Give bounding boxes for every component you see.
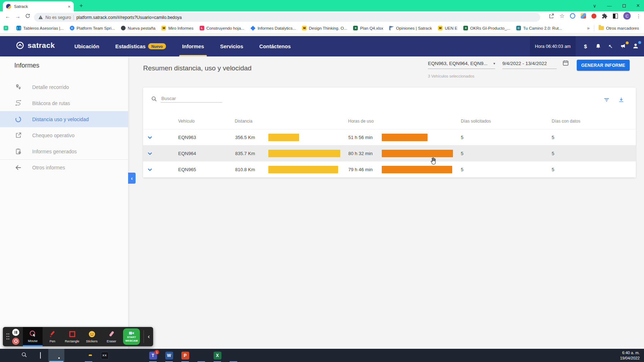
task-view-icon <box>40 352 41 359</box>
sidebar-item[interactable]: Distancia uso y velocidad <box>0 111 128 127</box>
taskbar-app[interactable] <box>48 349 64 362</box>
bookmark-item[interactable]: X OKRs GI-Producto_... <box>463 26 510 30</box>
tab-close-icon[interactable]: × <box>68 4 70 9</box>
extension-icon[interactable] <box>570 13 575 19</box>
bookmark-item[interactable]: Informes Datalytics... <box>250 26 296 30</box>
bookmark-star-icon[interactable]: ☆ <box>560 13 565 19</box>
bookmarks-overflow-icon[interactable]: » <box>587 25 590 31</box>
satrack-logo[interactable]: satrack <box>16 41 55 50</box>
bookmark-item[interactable]: C Platform Team Spri... <box>70 26 115 30</box>
pause-button[interactable] <box>12 329 19 336</box>
forward-button[interactable]: → <box>15 13 20 19</box>
nav-item[interactable]: Estadísticas Nuevo <box>115 36 166 56</box>
taskbar-app[interactable]: T 1 <box>145 349 161 362</box>
recorder-tool[interactable]: Eraser <box>102 327 121 346</box>
vehicle-select[interactable]: EQN963, EQN964, EQN9... ▾ <box>428 61 495 69</box>
back-button[interactable]: ← <box>5 13 10 19</box>
collapse-toolbar-chevron-icon[interactable]: ‹ <box>148 333 150 340</box>
bookmark-item[interactable]: L Construyendo hoja... <box>200 26 244 30</box>
billing-icon[interactable]: $ <box>579 43 592 49</box>
notifications-bell-icon[interactable] <box>592 43 604 50</box>
nav-item[interactable]: Ubicación <box>74 36 99 56</box>
expand-row-chevron-icon[interactable] <box>147 151 152 156</box>
restore-button[interactable] <box>623 4 626 8</box>
nav-item[interactable]: Informes <box>182 36 204 56</box>
sidebar-collapse-button[interactable]: ‹ <box>128 173 136 184</box>
table-row[interactable]: EQN964 835.7 Km 80 h 32 min 5 5 <box>143 145 636 162</box>
expand-row-chevron-icon[interactable] <box>147 167 152 172</box>
sidebar-item[interactable]: Bitácora de rutas <box>0 95 128 111</box>
recorder-tool-label: Eraser <box>107 339 116 343</box>
other-bookmarks[interactable]: Otros marcadores <box>599 26 639 30</box>
taskbar-app[interactable] <box>32 349 48 362</box>
taskbar-app[interactable] <box>16 349 32 362</box>
taskbar-clock[interactable]: 6:40 a. m. 19/04/2022 <box>620 349 644 362</box>
taskbar-app[interactable] <box>193 349 209 362</box>
reload-button[interactable] <box>25 13 30 20</box>
taskbar-app[interactable]: W <box>161 349 177 362</box>
extension-icon[interactable] <box>591 14 596 19</box>
bookmark-item[interactable]: Nueva pestaña <box>121 26 155 30</box>
bookmark-item[interactable]: M Design Thinking. O... <box>302 26 347 30</box>
minimize-button[interactable]: — <box>607 4 612 8</box>
address-bar[interactable]: No es seguro platform.satrack.com/#/repo… <box>34 13 540 22</box>
record-stop-button[interactable] <box>12 338 19 345</box>
taskbar-app[interactable]: XX <box>97 349 113 362</box>
column-header[interactable]: Horas de uso <box>348 119 374 124</box>
taskbar-app[interactable] <box>129 349 145 362</box>
expand-row-chevron-icon[interactable] <box>147 135 152 140</box>
taskbar-app[interactable] <box>64 349 80 362</box>
account-icon[interactable] <box>629 43 642 50</box>
profile-avatar[interactable]: C <box>623 12 631 20</box>
recorder-tool[interactable]: Stickers <box>82 327 102 346</box>
sidebar-item[interactable]: Informes generados <box>0 143 128 159</box>
bookmark-item[interactable]: M Miro Informes <box>161 26 193 30</box>
sidebar-item[interactable]: Otros informes <box>0 159 128 175</box>
filter-icon[interactable] <box>604 97 610 103</box>
new-tab-button[interactable]: + <box>79 2 83 9</box>
nav-item[interactable]: Contáctenos <box>259 36 291 56</box>
recorder-tool[interactable]: Mouse <box>23 327 43 346</box>
close-button[interactable]: × <box>636 3 640 9</box>
date-range-field[interactable]: 9/4/2022 - 13/4/2022 <box>502 61 557 69</box>
taskbar-app[interactable] <box>225 349 241 362</box>
download-icon[interactable] <box>618 97 624 103</box>
start-webcam-button[interactable]: START WEBCAM <box>123 328 140 345</box>
extension-icon[interactable] <box>613 14 618 19</box>
share-icon[interactable] <box>548 13 554 19</box>
calendar-icon[interactable] <box>562 60 569 66</box>
recorder-tool[interactable]: Pen <box>43 327 62 346</box>
generate-report-button[interactable]: GENERAR INFORME <box>577 60 630 71</box>
column-header[interactable]: Distancia <box>235 119 252 124</box>
taskbar-app[interactable] <box>0 349 16 362</box>
bookmark-item[interactable]: ❘❘ Tableros Asesorías |... <box>16 26 64 30</box>
sidebar-item[interactable]: Detalle recorrido <box>0 79 128 95</box>
column-header[interactable]: Vehículo <box>178 119 195 124</box>
taskbar-app[interactable] <box>113 349 129 362</box>
announcements-megaphone-icon[interactable] <box>617 43 629 50</box>
window-menu-icon[interactable]: ∨ <box>593 4 596 8</box>
column-header[interactable]: Días solicitados <box>461 119 491 124</box>
column-header[interactable]: Días con datos <box>552 119 580 124</box>
taskbar-app[interactable]: P <box>177 349 193 362</box>
table-row[interactable]: EQN963 356.5 Km 51 h 56 min 5 5 <box>143 129 636 145</box>
nav-item[interactable]: Servicios <box>220 36 243 56</box>
bookmark-item[interactable]: C Tu Camino 2.0: Rut... <box>516 26 562 30</box>
table-row[interactable]: EQN965 810.8 Km 79 h 46 min 5 5 <box>143 162 636 178</box>
taskbar-app[interactable] <box>80 349 97 362</box>
search-input[interactable] <box>161 95 222 103</box>
bookmark-item[interactable]: X Plan Q4.xlsx <box>353 26 383 30</box>
drag-handle[interactable] <box>6 333 9 341</box>
bookmark-item[interactable]: ≡ <box>4 26 10 30</box>
bookmark-favicon: X <box>463 26 468 30</box>
browser-tab[interactable]: Satrack × <box>3 1 74 11</box>
pointer-arrow-icon[interactable]: ↖ <box>604 43 617 50</box>
taskbar-app[interactable]: X <box>209 349 225 362</box>
extensions-puzzle-icon[interactable] <box>602 13 608 19</box>
bookmark-item[interactable]: Opiniones | Satrack <box>389 26 432 30</box>
chrome-menu-icon[interactable]: ⋮ <box>636 13 641 19</box>
sidebar-item[interactable]: Chequeo operativo <box>0 127 128 143</box>
bookmark-item[interactable]: M UEN E <box>438 26 457 30</box>
recorder-tool[interactable]: Rectangle <box>62 327 82 346</box>
extension-icon[interactable] <box>581 13 586 19</box>
